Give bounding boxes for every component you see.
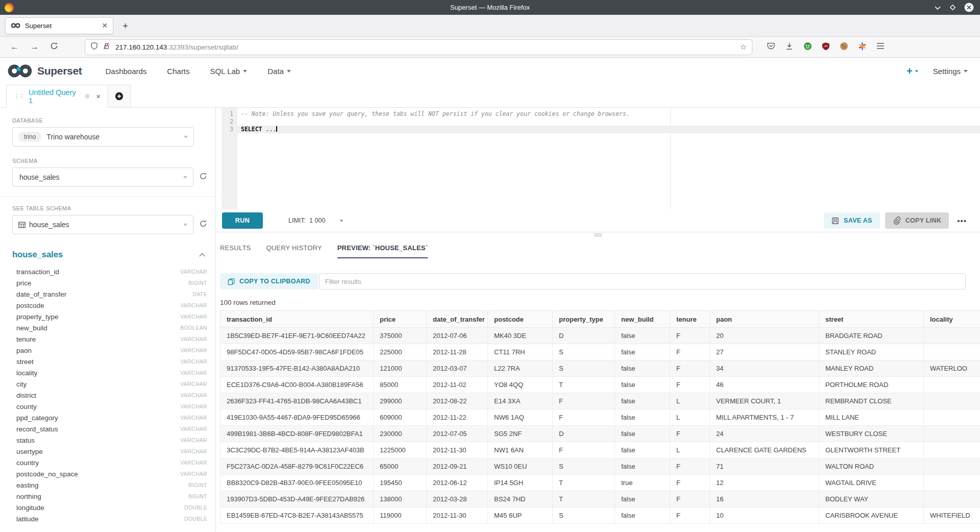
window-minimize-icon[interactable]	[934, 5, 941, 10]
back-button[interactable]: ←	[10, 42, 19, 52]
cookie-extension-icon[interactable]	[840, 42, 848, 53]
table-column-row[interactable]: latitude DOUBLE	[12, 513, 207, 524]
table-cell: S	[553, 458, 615, 475]
column-header[interactable]: transaction_id	[220, 311, 374, 328]
table-column-row[interactable]: usertype VARCHAR	[12, 446, 207, 457]
copy-to-clipboard-button[interactable]: COPY TO CLIPBOARD	[220, 273, 318, 289]
column-header[interactable]: property_type	[553, 311, 615, 328]
superset-logo[interactable]: Superset	[7, 64, 82, 78]
column-name: county	[16, 403, 37, 410]
reload-icon[interactable]	[50, 42, 58, 53]
query-tab-active[interactable]: ⋮⋮ Untitled Query 1 ×	[6, 85, 108, 108]
window-close-icon[interactable]	[964, 3, 974, 12]
table-cell: L22 7RA	[488, 360, 553, 377]
table-cell: BRADGATE ROAD	[819, 328, 924, 344]
forward-button[interactable]: →	[30, 42, 39, 52]
table-column-row[interactable]: status VARCHAR	[12, 434, 207, 446]
table-select[interactable]: house_sales	[12, 215, 193, 234]
pane-resize-handle[interactable]	[216, 232, 980, 237]
browser-tab[interactable]: Superset ✕	[5, 17, 113, 34]
column-header[interactable]: new_build	[615, 311, 670, 328]
table-column-row[interactable]: easting BIGINT	[12, 479, 207, 491]
close-icon[interactable]: ×	[96, 92, 101, 101]
column-header[interactable]: postcode	[488, 311, 553, 328]
add-query-tab-button[interactable]	[108, 85, 131, 108]
table-column-row[interactable]: street VARCHAR	[12, 356, 207, 367]
table-column-row[interactable]: district VARCHAR	[12, 390, 207, 401]
table-column-row[interactable]: property_type VARCHAR	[12, 311, 207, 322]
column-name: latitude	[16, 515, 39, 523]
schema-select[interactable]: house_sales	[12, 167, 193, 187]
shield-icon[interactable]	[90, 42, 98, 52]
table-row: ECE1D376-C9A6-4C00-B004-A380B189FA568500…	[220, 377, 980, 393]
table-column-row[interactable]: county VARCHAR	[12, 401, 207, 412]
table-column-row[interactable]: price BIGINT	[12, 277, 207, 288]
table-column-row[interactable]: ppd_category VARCHAR	[12, 412, 207, 423]
table-cell: 195450	[374, 475, 427, 491]
table-column-row[interactable]: record_status VARCHAR	[12, 423, 207, 434]
column-header[interactable]: paon	[710, 311, 819, 328]
limit-dropdown[interactable]: LIMIT: 1 000	[288, 217, 344, 224]
table-cell: D	[553, 426, 615, 442]
column-header[interactable]: locality	[924, 311, 980, 328]
nav-sql-lab[interactable]: SQL Lab	[210, 67, 248, 76]
database-select[interactable]: trino Trino warehouse	[12, 127, 194, 147]
column-type: BIGINT	[188, 482, 207, 488]
table-cell: 2012-11-30	[427, 442, 488, 458]
menu-icon[interactable]	[876, 42, 885, 52]
table-column-row[interactable]: longitude DOUBLE	[12, 502, 207, 513]
tab-preview-house-sales[interactable]: PREVIEW: `HOUSE_SALES`	[337, 244, 428, 258]
pocket-icon[interactable]	[767, 42, 775, 53]
tab-results[interactable]: RESULTS	[220, 244, 251, 258]
drag-handle-icon[interactable]: ⋮⋮	[14, 93, 24, 100]
table-column-row[interactable]: tenure VARCHAR	[12, 333, 207, 345]
table-column-row[interactable]: postcode_no_space VARCHAR	[12, 468, 207, 479]
table-column-row[interactable]: paon VARCHAR	[12, 345, 207, 356]
tab-query-history[interactable]: QUERY HISTORY	[266, 244, 322, 258]
table-cell: 193907D3-5DBD-453D-A49E-9FEE27DAB926	[220, 491, 374, 507]
table-column-row[interactable]: transaction_id VARCHAR	[12, 266, 207, 277]
table-column-row[interactable]: postcode VARCHAR	[12, 300, 207, 311]
add-new-button[interactable]: +	[906, 65, 919, 77]
column-header[interactable]: street	[819, 311, 924, 328]
save-as-button[interactable]: SAVE AS	[824, 212, 880, 229]
filter-results-input[interactable]	[319, 273, 966, 289]
column-type: BOOLEAN	[180, 325, 207, 331]
lock-crossed-icon[interactable]	[103, 42, 110, 52]
table-column-row[interactable]: locality VARCHAR	[12, 367, 207, 378]
window-maximize-icon[interactable]	[949, 4, 956, 11]
table-column-row[interactable]: country VARCHAR	[12, 457, 207, 468]
table-column-row[interactable]: date_of_transfer DATE	[12, 288, 207, 300]
chevron-up-icon[interactable]	[199, 253, 205, 257]
table-cell: EB1459EB-67ED-47C8-B2E7-A38143AB5575	[220, 507, 374, 524]
column-header[interactable]: date_of_transfer	[427, 311, 488, 328]
more-options-button[interactable]: •••	[957, 216, 967, 225]
mask-extension-icon[interactable]	[803, 42, 812, 53]
table-column-row[interactable]: new_build BOOLEAN	[12, 322, 207, 333]
new-tab-button[interactable]: +	[122, 21, 128, 31]
column-header[interactable]: price	[374, 311, 427, 328]
sql-editor[interactable]: 1 2 3 -- Note: Unless you save your quer…	[216, 108, 980, 209]
table-column-row[interactable]: northing BIGINT	[12, 491, 207, 502]
url-bar[interactable]: 217.160.120.143:32393/superset/sqllab/ ☆	[85, 39, 752, 55]
nav-charts[interactable]: Charts	[167, 67, 189, 76]
table-heading[interactable]: house_sales	[12, 250, 63, 259]
bookmark-star-icon[interactable]: ☆	[740, 42, 747, 52]
copy-link-button[interactable]: COPY LINK	[885, 212, 949, 229]
table-row: 1B5C39ED-BE7F-41EF-9E71-9C60EED74A223750…	[220, 328, 980, 344]
adblock-shield-icon[interactable]: uO	[822, 42, 830, 53]
column-name: easting	[16, 481, 39, 489]
refresh-icon[interactable]	[199, 220, 207, 230]
run-button[interactable]: RUN	[222, 212, 263, 229]
table-column-row[interactable]: city VARCHAR	[12, 378, 207, 390]
settings-menu[interactable]: Settings	[933, 67, 968, 76]
tab-close-icon[interactable]: ✕	[102, 22, 108, 29]
column-name: date_of_transfer	[16, 291, 66, 298]
nav-dashboards[interactable]: Dashboards	[105, 67, 146, 76]
table-row: BB8320C9-D82B-4B37-90E0-9FEE05095E101954…	[220, 475, 980, 491]
refresh-icon[interactable]	[199, 172, 207, 182]
nav-data[interactable]: Data	[267, 67, 291, 76]
column-header[interactable]: tenure	[670, 311, 710, 328]
download-icon[interactable]	[785, 42, 794, 53]
extension-asterisk-icon[interactable]	[858, 42, 867, 53]
